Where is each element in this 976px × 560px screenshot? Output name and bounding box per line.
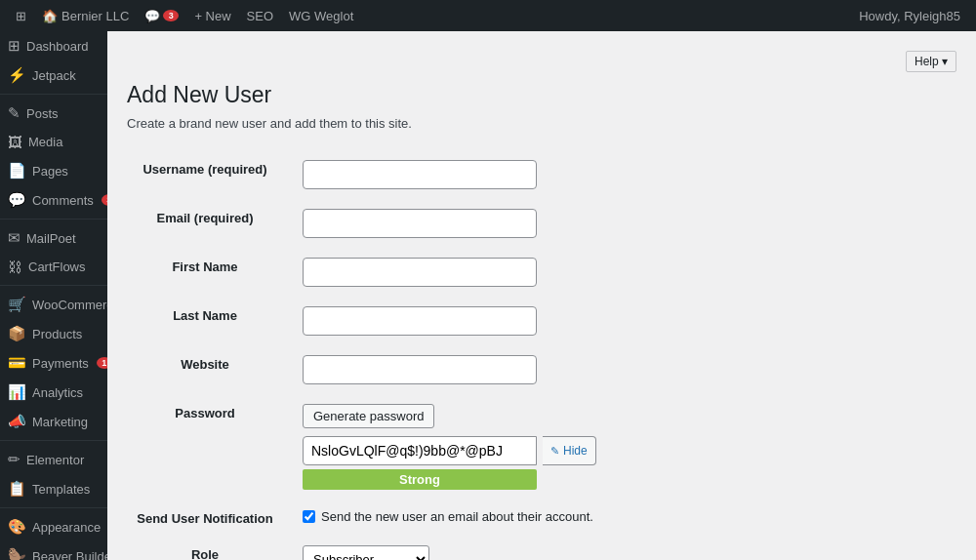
appearance-icon: 🎨 (8, 518, 26, 536)
sidebar-item-marketing[interactable]: 📣 Marketing (0, 407, 107, 436)
jetpack-icon: ⚡ (8, 66, 26, 84)
firstname-label: First Name (172, 260, 237, 274)
add-user-form: Username (required) Email (required) Fir… (127, 150, 956, 560)
wp-icon: ⊞ (16, 9, 26, 23)
eye-icon: ✎ (550, 445, 559, 458)
user-greeting[interactable]: Howdy, Ryleigh85 (851, 9, 968, 23)
mailpoet-icon: ✉ (8, 229, 20, 247)
site-name[interactable]: 🏠 Bernier LLC (34, 0, 137, 31)
sidebar-item-media[interactable]: 🖼 Media (0, 128, 107, 156)
posts-icon: ✎ (8, 104, 20, 122)
sidebar-item-woocommerce[interactable]: 🛒 WooCommerce (0, 290, 107, 319)
lastname-input[interactable] (303, 306, 537, 336)
woocommerce-icon: 🛒 (8, 296, 26, 313)
role-label: Role (191, 547, 219, 560)
password-label: Password (175, 406, 234, 420)
sidebar-item-dashboard[interactable]: ⊞ Dashboard (0, 31, 107, 60)
generate-password-button[interactable]: Generate password (303, 404, 434, 428)
role-select[interactable]: Subscriber Contributor Author Editor Adm… (303, 545, 429, 560)
username-input[interactable] (303, 160, 537, 189)
analytics-icon: 📊 (8, 383, 26, 401)
sidebar-item-pages[interactable]: 📄 Pages (0, 156, 107, 185)
website-input[interactable] (303, 355, 537, 384)
firstname-input[interactable] (303, 258, 537, 287)
sidebar-item-elementor[interactable]: ✏ Elementor (0, 445, 107, 474)
dashboard-icon: ⊞ (8, 37, 20, 55)
username-label: Username (required) (142, 162, 266, 177)
hide-password-button[interactable]: ✎ Hide (543, 436, 596, 465)
sidebar-item-appearance[interactable]: 🎨 Appearance (0, 512, 107, 541)
wp-logo[interactable]: ⊞ (8, 0, 34, 31)
password-input[interactable] (303, 436, 537, 465)
sidebar-item-jetpack[interactable]: ⚡ Jetpack (0, 60, 107, 90)
sidebar-item-analytics[interactable]: 📊 Analytics (0, 378, 107, 407)
cartflows-icon: ⛓ (8, 259, 22, 275)
main-content: Help ▾ Add New User Create a brand new u… (107, 31, 976, 560)
sidebar-item-comments[interactable]: 💬 Comments 3 (0, 185, 107, 215)
email-label: Email (required) (157, 211, 254, 225)
site-icon: 🏠 (42, 9, 58, 23)
pages-icon: 📄 (8, 162, 26, 180)
weglot-link[interactable]: WG Weglot (281, 0, 361, 31)
website-label: Website (181, 357, 229, 372)
seo-link[interactable]: SEO (239, 0, 281, 31)
comments-link[interactable]: 💬 3 (137, 0, 186, 31)
comments-icon: 💬 (144, 9, 160, 23)
notification-checkbox[interactable] (303, 510, 315, 523)
new-content[interactable]: + New (186, 0, 238, 31)
beaver-icon: 🦫 (8, 547, 26, 560)
help-button[interactable]: Help ▾ (906, 51, 956, 72)
page-title: Add New User (127, 82, 956, 108)
products-icon: 📦 (8, 325, 26, 342)
templates-icon: 📋 (8, 480, 26, 498)
password-strength: Strong (303, 469, 537, 490)
comments-icon: 💬 (8, 191, 26, 209)
sidebar-item-products[interactable]: 📦 Products (0, 319, 107, 348)
sidebar-item-beaver[interactable]: 🦫 Beaver Builder (0, 541, 107, 560)
notification-text: Send the new user an email about their a… (321, 509, 593, 524)
sidebar-item-payments[interactable]: 💳 Payments 1 (0, 348, 107, 378)
admin-bar: ⊞ 🏠 Bernier LLC 💬 3 + New SEO WG Weglot … (0, 0, 976, 31)
admin-sidebar: ⊞ Dashboard ⚡ Jetpack ✎ Posts 🖼 Media 📄 … (0, 31, 107, 560)
sidebar-item-posts[interactable]: ✎ Posts (0, 99, 107, 128)
sidebar-item-cartflows[interactable]: ⛓ CartFlows (0, 253, 107, 281)
lastname-label: Last Name (173, 308, 237, 323)
marketing-icon: 📣 (8, 413, 26, 430)
sidebar-item-templates[interactable]: 📋 Templates (0, 474, 107, 503)
email-input[interactable] (303, 209, 537, 238)
notification-label: Send User Notification (137, 511, 272, 526)
page-description: Create a brand new user and add them to … (127, 116, 956, 131)
sidebar-item-mailpoet[interactable]: ✉ MailPoet (0, 223, 107, 253)
payments-icon: 💳 (8, 354, 26, 372)
elementor-icon: ✏ (8, 451, 20, 468)
media-icon: 🖼 (8, 134, 22, 150)
